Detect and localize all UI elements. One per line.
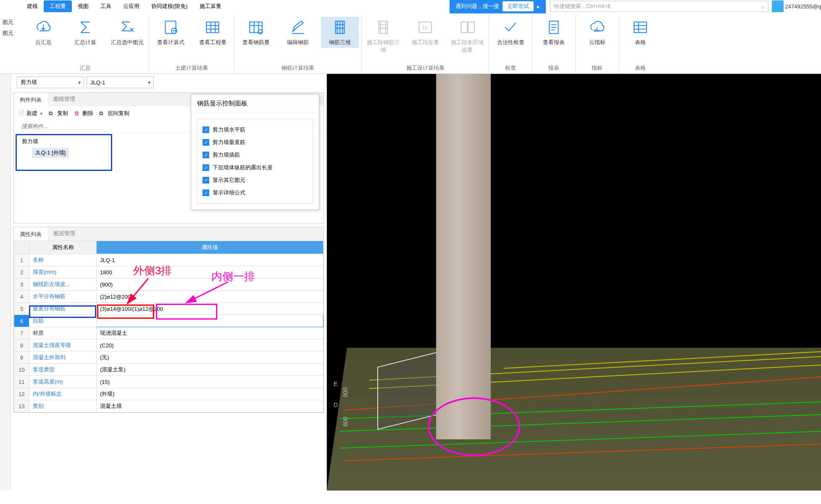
view-formula-button[interactable]: 查看计算式 bbox=[152, 17, 189, 48]
group-title: 钢筋计算结果 bbox=[282, 62, 314, 74]
prop-key: 混凝土外加剂 bbox=[29, 352, 97, 364]
group-title: 汇总 bbox=[80, 62, 91, 74]
menu-item[interactable]: 云应用 bbox=[117, 0, 145, 12]
checkbox-row[interactable]: ✓剪力墙水平筋 bbox=[202, 123, 308, 136]
view-rebar-qty-button[interactable]: 查看钢筋量 bbox=[237, 17, 275, 48]
view-quantity-button[interactable]: 查看工程量 bbox=[194, 17, 232, 48]
menu-item[interactable]: 建模 bbox=[21, 0, 44, 12]
tab-drawing-mgmt[interactable]: 图纸管理 bbox=[47, 93, 81, 106]
checkbox-checked[interactable]: ✓ bbox=[203, 152, 209, 158]
prop-val[interactable]: 现浇混凝土 bbox=[97, 327, 324, 339]
axis-label: E bbox=[334, 381, 337, 387]
report-icon bbox=[545, 18, 563, 36]
help-text: 遇到问题，搜一搜 bbox=[455, 3, 499, 10]
multi-icon bbox=[458, 18, 476, 36]
copy-icon: ⧉ bbox=[49, 110, 55, 117]
try-button[interactable]: 立即尝试 bbox=[503, 1, 534, 11]
stage-rebar3d-button: 施工段钢筋三维 bbox=[364, 17, 402, 55]
tab-component-list[interactable]: 构件列表 bbox=[14, 93, 47, 106]
prop-key: 泵送高度(m) bbox=[29, 376, 97, 388]
group-title: 土建计算结果 bbox=[175, 62, 208, 74]
rebar-3d-button[interactable]: 钢筋三维 bbox=[321, 17, 359, 48]
summary-calc-button[interactable]: 汇总计算 bbox=[66, 17, 104, 48]
cloud-index-button[interactable]: 云指标 bbox=[578, 17, 616, 48]
3d-viewport[interactable]: E D 900 600 bbox=[327, 74, 821, 491]
validity-check-button[interactable]: 合法性检查 bbox=[492, 17, 529, 48]
side-btn[interactable]: 图元 bbox=[3, 29, 19, 37]
svg-rect-9 bbox=[461, 22, 467, 32]
rebar-display-panel[interactable]: 钢筋显示控制面板 ✓剪力墙水平筋 ✓剪力墙垂直筋 ✓剪力墙插筋 ✓下层墙体纵筋的… bbox=[191, 94, 319, 210]
prop-key: 厚度(mm) bbox=[29, 266, 97, 278]
menu-item[interactable]: 视图 bbox=[72, 0, 95, 12]
grid-icon bbox=[247, 18, 265, 36]
dropdowns: 剪力墙 JLQ-1 bbox=[11, 74, 326, 91]
tree-child-selected[interactable]: JLQ-1 [外墙] bbox=[32, 148, 69, 158]
svg-rect-12 bbox=[634, 22, 646, 32]
side-btn[interactable]: 图元 bbox=[3, 18, 19, 26]
new-icon: 📄 bbox=[18, 110, 25, 117]
arrow-magenta bbox=[182, 278, 232, 307]
checkbox-row[interactable]: ✓下层墙体纵筋的露出长度 bbox=[202, 161, 308, 174]
group-title: 指标 bbox=[592, 62, 603, 74]
prop-val[interactable]: (外墙) bbox=[97, 388, 324, 400]
menu-item[interactable]: 施工算量 bbox=[194, 0, 227, 12]
property-table: 属性名称属性值 1名称JLQ-1 2厚度(mm)1800 3轴线距左墙皮...(… bbox=[14, 241, 324, 412]
summary-selected-button[interactable]: 汇总选中图元 bbox=[108, 17, 146, 48]
svg-rect-10 bbox=[468, 22, 474, 32]
prop-val[interactable]: JLQ-1 bbox=[97, 254, 324, 266]
prop-val[interactable]: (无) bbox=[97, 352, 324, 364]
checkbox-checked[interactable]: ✓ bbox=[203, 126, 209, 133]
user-avatar[interactable] bbox=[772, 0, 784, 12]
checkbox-checked[interactable]: ✓ bbox=[203, 189, 209, 196]
cloud-summary-button[interactable]: 云汇总 bbox=[24, 17, 62, 48]
search-icon: ⌕ bbox=[761, 3, 765, 10]
type-dropdown[interactable]: 剪力墙 bbox=[17, 76, 84, 88]
tab-properties[interactable]: 属性列表 bbox=[14, 227, 47, 241]
tree-root[interactable]: 剪力墙 bbox=[19, 138, 108, 145]
prop-key: 内/外墙标志 bbox=[29, 388, 97, 400]
annotation-ellipse bbox=[428, 397, 520, 456]
checkbox-row[interactable]: ✓剪力墙垂直筋 bbox=[202, 136, 308, 149]
table-button[interactable]: 表格 bbox=[621, 17, 659, 48]
layer-copy-button[interactable]: ⧉层间复制 bbox=[99, 110, 129, 117]
calc-icon bbox=[162, 18, 179, 36]
item-dropdown[interactable]: JLQ-1 bbox=[87, 76, 154, 88]
prop-key: 类别 bbox=[29, 400, 97, 412]
ribbon: 图元 图元 云汇总 汇总计算 汇总选中图元 汇总 查看计算式 查看工程量 土建计… bbox=[0, 13, 821, 74]
fx-icon: fx bbox=[416, 18, 434, 36]
stage-multi-button: 施工段多区域提量 bbox=[448, 17, 486, 55]
tab-layer-mgmt[interactable]: 图层管理 bbox=[47, 227, 81, 241]
svg-rect-2 bbox=[206, 22, 218, 32]
view-report-button[interactable]: 查看报表 bbox=[535, 17, 573, 48]
copy-button[interactable]: ⧉复制 bbox=[49, 110, 68, 117]
delete-button[interactable]: 🗑删除 bbox=[74, 110, 93, 117]
checkbox-checked[interactable]: ✓ bbox=[203, 177, 209, 184]
edit-rebar-button[interactable]: 编辑钢筋 bbox=[279, 17, 317, 48]
prop-val[interactable]: (15) bbox=[97, 376, 324, 388]
checkbox-checked[interactable]: ✓ bbox=[203, 139, 209, 146]
prop-val[interactable]: 混凝土墙 bbox=[97, 400, 324, 412]
checkbox-row[interactable]: ✓显示详细公式 bbox=[202, 186, 308, 199]
trash-icon: 🗑 bbox=[74, 110, 81, 117]
menu-item[interactable]: 工具 bbox=[95, 0, 117, 12]
group-title: 施工设计算结果 bbox=[406, 62, 445, 74]
stage-qty-button: fx施工段提量 bbox=[406, 17, 444, 48]
prop-val[interactable]: (C20) bbox=[97, 339, 324, 352]
checkbox-row[interactable]: ✓显示其它图元 bbox=[202, 174, 308, 186]
menu-item[interactable]: 协同建模(限免) bbox=[145, 0, 194, 12]
grid-icon bbox=[204, 18, 221, 36]
prop-key: 泵送类型 bbox=[29, 364, 97, 376]
sigma-select-icon bbox=[118, 18, 136, 36]
axis-label: D bbox=[334, 402, 338, 408]
new-button[interactable]: 📄新建▾ bbox=[18, 110, 43, 117]
layer-icon: ⧉ bbox=[99, 110, 106, 117]
cloud-icon bbox=[588, 18, 606, 36]
axis-label: 600 bbox=[342, 417, 349, 426]
prop-val[interactable]: (混凝土泵) bbox=[97, 364, 324, 376]
shortcut-search[interactable]: 快捷键搜索，Ctrl+Alt+E ⌕ bbox=[550, 1, 768, 12]
checkbox-row[interactable]: ✓剪力墙插筋 bbox=[202, 149, 308, 161]
menu-item-active[interactable]: 工程量 bbox=[44, 0, 72, 12]
cloud-icon bbox=[34, 18, 52, 36]
tree-highlight-box: 剪力墙 JLQ-1 [外墙] bbox=[16, 134, 112, 171]
checkbox-checked[interactable]: ✓ bbox=[203, 164, 209, 171]
